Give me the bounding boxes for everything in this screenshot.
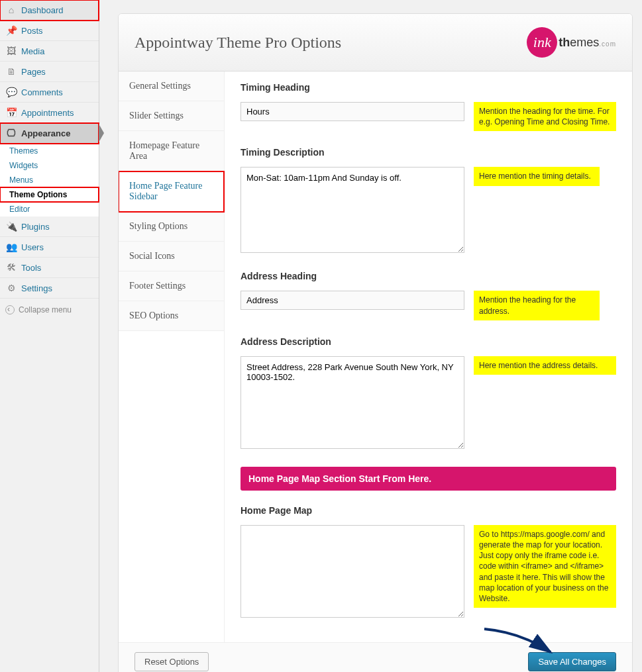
- sidebar-item-media[interactable]: 🖾Media: [0, 41, 99, 62]
- sidebar-item-tools[interactable]: 🛠Tools: [0, 258, 99, 278]
- main-area: Appointway Theme Pro Options ink themes.…: [99, 0, 642, 672]
- tools-icon: 🛠: [5, 262, 17, 273]
- field-timing-description: Timing Description Here mention the timi…: [241, 147, 616, 255]
- option-tabs: General Settings Slider Settings Homepag…: [119, 72, 225, 642]
- field-home-page-map: Home Page Map Go to https://maps.google.…: [241, 505, 616, 620]
- field-timing-heading: Timing Heading Mention the heading for t…: [241, 82, 616, 131]
- tab-homepage-feature-area[interactable]: Homepage Feature Area: [119, 131, 224, 171]
- address-heading-input[interactable]: [241, 291, 464, 310]
- appearance-submenu: Themes Widgets Menus Theme Options Edito…: [0, 144, 99, 216]
- home-icon: ⌂: [5, 5, 17, 15]
- collapse-label: Collapse menu: [19, 305, 72, 314]
- calendar-icon: 📅: [5, 107, 17, 118]
- sidebar-item-label: Dashboard: [21, 5, 64, 15]
- logo-mark: ink: [527, 27, 557, 58]
- home-page-map-textarea[interactable]: [241, 525, 464, 618]
- page-icon: 🗎: [5, 66, 17, 77]
- sidebar-item-dashboard[interactable]: ⌂Dashboard: [0, 0, 99, 21]
- sidebar-item-comments[interactable]: 💬Comments: [0, 82, 99, 103]
- appearance-icon: 🖵: [5, 128, 17, 138]
- help-note: Here mention the address details.: [474, 356, 616, 375]
- save-all-changes-button[interactable]: Save All Changes: [528, 652, 616, 671]
- tab-footer-settings[interactable]: Footer Settings: [119, 271, 224, 301]
- sidebar-item-label: Pages: [21, 67, 46, 77]
- field-label: Home Page Map: [241, 505, 616, 516]
- sidebar-item-label: Comments: [21, 87, 63, 97]
- sidebar-item-label: Posts: [21, 26, 43, 36]
- sidebar-item-appointments[interactable]: 📅Appointments: [0, 103, 99, 123]
- sub-item-theme-options[interactable]: Theme Options: [0, 187, 99, 202]
- sub-item-themes[interactable]: Themes: [0, 144, 99, 158]
- tab-styling-options[interactable]: Styling Options: [119, 212, 224, 242]
- sidebar-item-label: Appearance: [21, 128, 70, 138]
- address-description-textarea[interactable]: [241, 356, 464, 449]
- tab-slider-settings[interactable]: Slider Settings: [119, 101, 224, 131]
- inkthemes-logo: ink themes.com: [527, 27, 616, 58]
- collapse-menu[interactable]: Collapse menu: [0, 299, 99, 321]
- panel-footer: Reset Options Save All Changes: [119, 642, 632, 672]
- sidebar-item-label: Plugins: [21, 222, 50, 232]
- field-address-description: Address Description Here mention the add…: [241, 336, 616, 451]
- settings-icon: ⚙: [5, 283, 17, 293]
- media-icon: 🖾: [5, 46, 17, 56]
- tab-home-page-feature-sidebar[interactable]: Home Page Feature Sidebar: [119, 171, 224, 212]
- sidebar-item-label: Users: [21, 242, 44, 252]
- sub-item-editor[interactable]: Editor: [0, 202, 99, 216]
- sidebar-item-plugins[interactable]: 🔌Plugins: [0, 216, 99, 237]
- users-icon: 👥: [5, 242, 17, 252]
- collapse-icon: [5, 305, 15, 314]
- plugin-icon: 🔌: [5, 221, 17, 232]
- sub-item-menus[interactable]: Menus: [0, 173, 99, 187]
- help-note: Here mention the timing details.: [474, 167, 600, 185]
- sidebar-item-users[interactable]: 👥Users: [0, 237, 99, 258]
- reset-options-button[interactable]: Reset Options: [134, 652, 209, 671]
- field-address-heading: Address Heading Mention the heading for …: [241, 271, 616, 320]
- tab-general-settings[interactable]: General Settings: [119, 72, 224, 101]
- sidebar-item-label: Settings: [21, 283, 52, 293]
- help-note: Mention the heading for the address.: [474, 291, 600, 320]
- field-label: Address Description: [241, 336, 616, 347]
- sidebar-item-pages[interactable]: 🗎Pages: [0, 62, 99, 82]
- panel-header: Appointway Theme Pro Options ink themes.…: [119, 14, 632, 72]
- sidebar-item-label: Appointments: [21, 108, 74, 118]
- sidebar-item-label: Tools: [21, 263, 41, 273]
- panel-body: General Settings Slider Settings Homepag…: [119, 72, 632, 642]
- sidebar-item-posts[interactable]: 📌Posts: [0, 21, 99, 41]
- sidebar-item-appearance[interactable]: 🖵Appearance: [0, 123, 99, 144]
- options-panel: Appointway Theme Pro Options ink themes.…: [118, 13, 633, 672]
- options-content: Timing Heading Mention the heading for t…: [225, 72, 632, 642]
- map-section-banner: Home Page Map Section Start From Here.: [241, 467, 616, 491]
- timing-heading-input[interactable]: [241, 102, 464, 121]
- help-note: Go to https://maps.google.com/ and gener…: [474, 525, 616, 608]
- field-label: Timing Heading: [241, 82, 616, 93]
- tab-social-icons[interactable]: Social Icons: [119, 242, 224, 271]
- page-title: Appointway Theme Pro Options: [134, 34, 341, 52]
- field-label: Timing Description: [241, 147, 616, 158]
- help-note: Mention the heading for the time. For e.…: [474, 102, 616, 131]
- sub-item-widgets[interactable]: Widgets: [0, 158, 99, 173]
- sidebar-item-label: Media: [21, 46, 44, 56]
- admin-sidebar: ⌂Dashboard 📌Posts 🖾Media 🗎Pages 💬Comment…: [0, 0, 99, 672]
- comment-icon: 💬: [5, 87, 17, 97]
- tab-seo-options[interactable]: SEO Options: [119, 301, 224, 331]
- field-label: Address Heading: [241, 271, 616, 281]
- sidebar-item-settings[interactable]: ⚙Settings: [0, 278, 99, 299]
- timing-description-textarea[interactable]: [241, 167, 464, 253]
- pin-icon: 📌: [5, 25, 17, 36]
